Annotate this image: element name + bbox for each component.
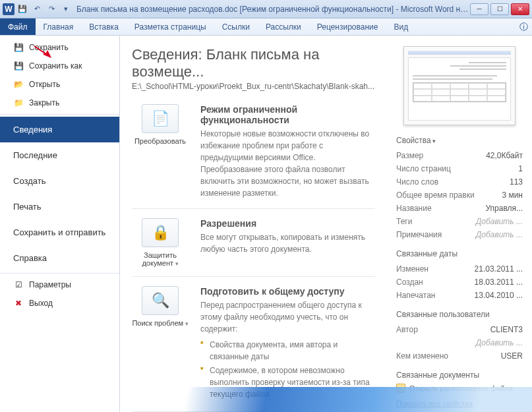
- protect-document-button[interactable]: 🔒 Защитить документ: [132, 218, 189, 267]
- issue-item: Свойства документа, имя автора и связанн…: [200, 339, 375, 363]
- properties-panel: Свойства Размер42,0Кбайт Число страниц1 …: [387, 36, 532, 412]
- prop-row-modified: Изменен21.03.2011 ...: [396, 262, 523, 276]
- sidebar-print[interactable]: Печать: [0, 194, 119, 220]
- check-issues-button[interactable]: 🔍 Поиск проблем: [132, 286, 189, 402]
- button-label: Защитить документ: [132, 251, 189, 267]
- help-icon[interactable]: ⓘ: [515, 18, 532, 35]
- tab-insert[interactable]: Вставка: [81, 18, 127, 35]
- options-icon: ☑: [13, 280, 24, 290]
- sidebar-close[interactable]: 📁Закрыть: [0, 94, 119, 112]
- sidebar-share[interactable]: Сохранить и отправить: [0, 220, 119, 245]
- folder-icon: [396, 384, 405, 393]
- sidebar-help[interactable]: Справка: [0, 245, 119, 271]
- show-all-properties-link[interactable]: Показать все свойства: [396, 399, 473, 407]
- prop-row-last-modified-by: Кем измененоUSER: [396, 349, 523, 363]
- related-dates-heading: Связанные даты: [396, 249, 523, 258]
- section-title: Режим ограниченной функциональности: [200, 104, 375, 125]
- tab-home[interactable]: Главная: [36, 18, 82, 35]
- exit-icon: ✖: [13, 298, 24, 309]
- tab-mailings[interactable]: Рассылки: [258, 18, 309, 35]
- sidebar-label: Открыть: [29, 80, 60, 89]
- open-icon: 📂: [13, 79, 24, 90]
- sidebar-options[interactable]: ☑Параметры: [0, 276, 119, 294]
- qat-save-icon[interactable]: 💾: [17, 4, 28, 15]
- sidebar-label: Закрыть: [29, 98, 59, 107]
- prop-row-edit-time: Общее время правки3 мин: [396, 189, 523, 202]
- tab-references[interactable]: Ссылки: [214, 18, 258, 35]
- prop-row-pages: Число страниц1: [396, 162, 523, 175]
- issue-item: Содержимое, в котором невозможно выполни…: [200, 365, 375, 400]
- document-thumbnail[interactable]: [403, 46, 516, 125]
- sidebar-label: Параметры: [29, 280, 71, 289]
- section-body: Все могут открывать, копировать и изменя…: [200, 231, 375, 255]
- prop-row-add-author: Добавить ...: [396, 336, 523, 349]
- prop-row-words: Число слов113: [396, 175, 523, 189]
- convert-button[interactable]: 📄 Преобразовать: [132, 104, 189, 199]
- sidebar-label: Выход: [29, 299, 53, 308]
- backstage-sidebar: 💾Сохранить 💾Сохранить как 📂Открыть 📁Закр…: [0, 36, 120, 412]
- section-title: Подготовить к общему доступу: [200, 286, 375, 297]
- prop-row-author: АвторCLIENT3: [396, 323, 523, 336]
- section-compatibility: 📄 Преобразовать Режим ограниченной функц…: [132, 104, 375, 209]
- close-doc-icon: 📁: [13, 98, 24, 108]
- sidebar-open[interactable]: 📂Открыть: [0, 75, 119, 94]
- qat-undo-icon[interactable]: ↶: [32, 4, 42, 15]
- sidebar-label: Сохранить: [29, 43, 69, 52]
- related-people-heading: Связанные пользователи: [396, 310, 523, 319]
- window-title: Бланк письма на возмещение расходов.doc …: [76, 5, 470, 14]
- window-buttons: ─ ☐ ✕: [470, 3, 529, 15]
- sidebar-exit[interactable]: ✖Выход: [0, 294, 119, 312]
- section-permissions: 🔒 Защитить документ Разрешения Все могут…: [132, 218, 375, 277]
- button-label: Преобразовать: [132, 137, 189, 145]
- prop-row-size: Размер42,0Кбайт: [396, 149, 523, 162]
- section-title: Разрешения: [200, 218, 375, 229]
- save-as-icon: 💾: [13, 61, 24, 71]
- close-button[interactable]: ✕: [511, 3, 529, 15]
- info-heading: Сведения: Бланк письма на возмеще...: [132, 46, 375, 80]
- protect-icon: 🔒: [142, 218, 179, 247]
- info-panel: Сведения: Бланк письма на возмеще... E:\…: [120, 36, 387, 412]
- sidebar-label: Сохранить как: [29, 61, 82, 71]
- tab-layout[interactable]: Разметка страницы: [127, 18, 214, 35]
- section-body: Перед распространением общего доступа к …: [200, 299, 375, 335]
- qat-redo-icon[interactable]: ↷: [46, 4, 57, 15]
- sidebar-save[interactable]: 💾Сохранить: [0, 38, 119, 57]
- word-app-icon: W: [3, 3, 15, 15]
- prop-row-tags: ТегиДобавить ...: [396, 215, 523, 228]
- minimize-button[interactable]: ─: [470, 3, 488, 15]
- related-docs-heading: Связанные документы: [396, 370, 523, 380]
- properties-heading[interactable]: Свойства: [396, 136, 523, 145]
- open-file-location[interactable]: Открыть расположение файла: [396, 384, 523, 393]
- sidebar-new[interactable]: Создать: [0, 168, 119, 194]
- tab-file[interactable]: Файл: [0, 18, 36, 35]
- section-body: Некоторые новые возможности отключены во…: [200, 128, 375, 199]
- document-path: E:\_School\HTML-уроки\Proekt_Bux_ru-cent…: [132, 82, 375, 91]
- backstage-view: 💾Сохранить 💾Сохранить как 📂Открыть 📁Закр…: [0, 36, 532, 412]
- tab-view[interactable]: Вид: [386, 18, 416, 35]
- prop-row-printed: Напечатан13.04.2010 ...: [396, 289, 523, 302]
- qat-dropdown-icon[interactable]: ▾: [61, 4, 71, 15]
- prop-row-title: НазваниеУправля...: [396, 202, 523, 215]
- maximize-button[interactable]: ☐: [490, 3, 509, 15]
- prop-row-created: Создан18.03.2011 ...: [396, 276, 523, 289]
- sidebar-recent[interactable]: Последние: [0, 142, 119, 168]
- convert-icon: 📄: [142, 104, 179, 133]
- inspect-icon: 🔍: [142, 286, 179, 315]
- button-label: Поиск проблем: [132, 319, 189, 327]
- quick-access-toolbar: 💾 ↶ ↷ ▾: [17, 4, 71, 15]
- sidebar-info[interactable]: Сведения: [0, 117, 119, 142]
- prop-row-comments: ПримечанияДобавить ...: [396, 228, 523, 241]
- ribbon: Файл Главная Вставка Разметка страницы С…: [0, 18, 532, 36]
- save-icon: 💾: [13, 42, 24, 53]
- section-prepare-share: 🔍 Поиск проблем Подготовить к общему дос…: [132, 286, 375, 412]
- sidebar-save-as[interactable]: 💾Сохранить как: [0, 57, 119, 75]
- tab-review[interactable]: Рецензирование: [309, 18, 386, 35]
- title-bar: W 💾 ↶ ↷ ▾ Бланк письма на возмещение рас…: [0, 0, 532, 18]
